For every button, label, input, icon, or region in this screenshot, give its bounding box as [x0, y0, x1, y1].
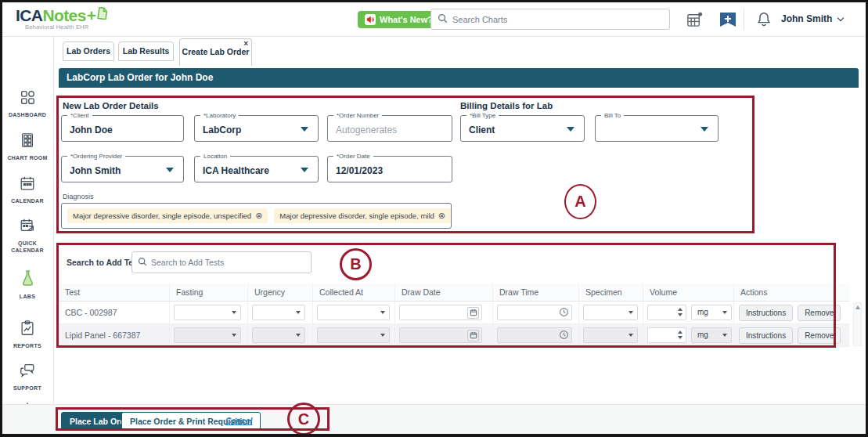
sidebar-item-reports[interactable]: REPORTS	[2, 320, 53, 349]
remove-diagnosis-icon[interactable]: ⊗	[255, 212, 262, 219]
volume-unit-value: mg	[697, 330, 708, 339]
specimen-select[interactable]	[583, 327, 638, 343]
sidebar-item-chart-room[interactable]: CHART ROOM	[2, 132, 53, 161]
search-icon	[138, 255, 147, 269]
dropdown-caret-icon	[232, 334, 236, 337]
fasting-select[interactable]	[174, 327, 241, 343]
volume-stepper[interactable]	[647, 305, 686, 320]
user-menu[interactable]: John Smith	[781, 13, 843, 24]
sidebar-label: LABS	[2, 293, 53, 300]
sidebar-item-calendar[interactable]: CALENDAR	[2, 175, 53, 204]
chevron-down-icon	[837, 14, 844, 20]
header-divider	[744, 9, 744, 31]
bill-to-select[interactable]: Bill To	[595, 115, 719, 142]
test-name: CBC - 002987	[59, 308, 117, 317]
volume-unit-value: mg	[697, 308, 708, 316]
ordering-provider-select[interactable]: *Ordering Provider John Smith	[61, 156, 184, 182]
client-value: John Doe	[70, 125, 113, 135]
dropdown-caret-icon	[722, 334, 727, 337]
calendar-picker-icon[interactable]	[467, 307, 479, 319]
logo-tagline: Behavioral Health EHR	[25, 23, 108, 31]
fasting-select[interactable]	[174, 305, 241, 320]
instructions-button[interactable]: Instructions	[739, 305, 793, 321]
tests-table: Test Fasting Urgency Collected At Draw D…	[59, 284, 849, 347]
tab-label: Create Lab Order	[182, 47, 250, 56]
diagnosis-chip: Major depressive disorder, single episod…	[274, 208, 451, 223]
sidebar-item-support[interactable]: SUPPORT	[2, 362, 53, 392]
bill-type-label: *Bill Type	[466, 112, 499, 119]
support-chat-icon	[19, 368, 36, 381]
search-to-add-test-box[interactable]	[131, 251, 312, 273]
bill-to-label: Bill To	[601, 112, 624, 119]
dropdown-caret-icon	[628, 334, 633, 337]
annotation-letter-b: B	[340, 248, 372, 280]
search-charts-box[interactable]	[430, 9, 670, 30]
icanotes-logo: ICANotes+ Behavioral Health EHR	[16, 6, 108, 31]
clock-icon[interactable]	[559, 307, 569, 319]
logo-ica: ICA	[16, 6, 42, 25]
draw-time-input[interactable]	[497, 305, 572, 320]
order-date-field[interactable]: *Order Date 12/01/2023	[327, 156, 452, 182]
dropdown-caret-icon	[701, 127, 708, 132]
remove-diagnosis-icon[interactable]: ⊗	[438, 212, 445, 219]
column-header: Test	[59, 284, 170, 302]
remove-button[interactable]: Remove	[798, 327, 841, 344]
sidebar-item-quick-calendar[interactable]: QUICK CALENDAR	[2, 217, 53, 254]
collected-at-select[interactable]	[317, 327, 390, 343]
clock-icon[interactable]	[559, 330, 569, 341]
dropdown-caret-icon	[722, 311, 727, 314]
urgency-select[interactable]	[252, 305, 305, 320]
scroll-up-icon[interactable]	[855, 305, 860, 309]
location-label: Location	[200, 153, 230, 160]
draw-date-input[interactable]	[399, 305, 482, 320]
urgency-select[interactable]	[252, 327, 305, 343]
whats-new-button[interactable]: What's New?	[358, 11, 440, 28]
logo-text: ICANotes+	[16, 6, 108, 25]
sidebar-label: CALENDAR	[2, 197, 53, 204]
sidebar-item-dashboard[interactable]: DASHBOARD	[2, 88, 53, 118]
laboratory-select[interactable]: *Laboratory LabCorp	[194, 115, 319, 142]
collected-at-select[interactable]	[317, 305, 390, 320]
dropdown-caret-icon	[301, 127, 308, 132]
logo-notes: Notes	[42, 6, 85, 25]
specimen-select[interactable]	[583, 305, 638, 320]
cancel-link[interactable]: Cancel	[225, 416, 252, 425]
dropdown-caret-icon	[232, 311, 236, 314]
tab-create-lab-order[interactable]: Create Lab Order ×	[179, 38, 252, 66]
order-date-value: 12/01/2023	[336, 165, 383, 176]
instructions-button[interactable]: Instructions	[739, 327, 793, 344]
sidebar-item-labs[interactable]: LABS	[2, 269, 53, 300]
stepper-arrows-icon[interactable]	[678, 308, 683, 316]
bill-type-select[interactable]: *Bill Type Client	[460, 115, 585, 142]
tab-lab-orders[interactable]: Lab Orders	[63, 42, 114, 61]
draw-date-input[interactable]	[399, 327, 482, 343]
close-icon[interactable]: ×	[243, 40, 248, 48]
document-icon	[96, 5, 108, 23]
volume-stepper[interactable]	[647, 327, 686, 343]
draw-time-input[interactable]	[497, 327, 572, 343]
user-name: John Smith	[781, 13, 832, 24]
tab-lab-results[interactable]: Lab Results	[118, 42, 174, 61]
top-header: ICANotes+ Behavioral Health EHR What's N…	[2, 2, 866, 37]
volume-unit-select[interactable]: mg	[691, 305, 732, 320]
schedule-grid-icon[interactable]	[686, 11, 704, 32]
notifications-bell-icon[interactable]	[755, 11, 773, 31]
column-header: Collected At	[313, 284, 395, 302]
diagnosis-chip-text: Major depressive disorder, single episod…	[73, 211, 251, 220]
table-scrollbar[interactable]	[853, 302, 862, 346]
logo-plus: +	[87, 6, 96, 25]
remove-button[interactable]: Remove	[798, 305, 841, 321]
volume-unit-select[interactable]: mg	[691, 327, 732, 343]
location-select[interactable]: Location ICA Healthcare	[194, 156, 319, 182]
search-to-add-test-input[interactable]	[151, 258, 305, 267]
flag-plus-icon[interactable]	[719, 11, 737, 31]
client-field[interactable]: *Client John Doe	[61, 115, 184, 142]
diagnosis-box[interactable]: Major depressive disorder, single episod…	[61, 203, 452, 229]
column-header: Urgency	[248, 284, 313, 302]
search-charts-input[interactable]	[452, 15, 663, 24]
stepper-arrows-icon[interactable]	[678, 330, 683, 339]
client-label: *Client	[67, 112, 92, 119]
calendar-picker-icon[interactable]	[467, 330, 479, 341]
sidebar-label: DASHBOARD	[2, 111, 53, 118]
location-value: ICA Healthcare	[203, 165, 269, 176]
